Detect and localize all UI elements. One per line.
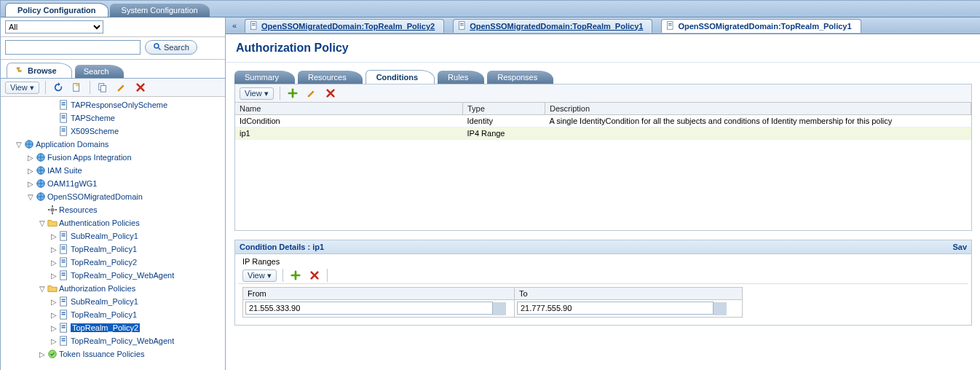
column-header[interactable]: Description <box>545 103 971 115</box>
tabs-scroll-left-icon[interactable]: « <box>229 20 240 31</box>
tree-node-label[interactable]: Fusion Apps Integration <box>47 153 132 162</box>
editor-tab[interactable]: OpenSSOMigratedDomain:TopRealm_Policy1 <box>661 19 861 33</box>
tree-node[interactable]: ▷TopRealm_Policy_WebAgent <box>1 334 225 347</box>
tree-node[interactable]: ▽Application Domains <box>1 138 225 151</box>
tree-node[interactable]: ▷SubRealm_Policy1 <box>1 229 225 243</box>
table-row[interactable]: IdConditionIdentityA single IdentityCond… <box>235 115 971 127</box>
tree-toggle-icon[interactable]: ▷ <box>50 245 58 253</box>
tree-node[interactable]: ▷OAM11gWG1 <box>1 177 225 190</box>
tree-toggle-icon[interactable]: ▽ <box>39 219 46 227</box>
tree-node[interactable]: ▷TopRealm_Policy2 <box>1 321 225 334</box>
tree-node-label[interactable]: TopRealm_Policy2 <box>71 258 137 267</box>
tree-toggle-icon[interactable]: ▷ <box>27 180 34 188</box>
tree-node[interactable]: ▽Authentication Policies <box>1 216 225 229</box>
editor-tab[interactable]: OpenSSOMigratedDomain:TopRealm_Policy2 <box>245 19 444 33</box>
tree-toggle-icon[interactable]: ▷ <box>27 167 34 175</box>
new-icon[interactable] <box>71 81 84 94</box>
tree-node[interactable]: X509Scheme <box>1 125 225 138</box>
tree-node[interactable]: ▷TopRealm_Policy2 <box>1 256 225 269</box>
copy-icon[interactable] <box>96 81 109 94</box>
svg-rect-37 <box>62 273 66 274</box>
tree-search-input[interactable] <box>5 40 141 55</box>
tree-node-label[interactable]: IAM Suite <box>47 166 82 175</box>
tree-node-label[interactable]: X509Scheme <box>71 127 119 135</box>
tree-node-label[interactable]: Token Issuance Policies <box>59 350 144 358</box>
column-header[interactable]: Type <box>463 103 545 115</box>
tree-node-label[interactable]: SubRealm_Policy1 <box>71 297 138 306</box>
tree-node[interactable]: ▷Fusion Apps Integration <box>1 151 225 164</box>
edit-icon[interactable] <box>115 81 128 94</box>
delete-condition-icon[interactable] <box>324 87 337 100</box>
tree-toggle-icon[interactable]: ▽ <box>39 285 46 293</box>
ip-range-row[interactable] <box>243 300 743 318</box>
edit-condition-icon[interactable] <box>305 87 318 100</box>
tree-node[interactable]: Resources <box>1 203 225 216</box>
tab-responses[interactable]: Responses <box>487 71 553 84</box>
tree-node-label[interactable]: TAPResponseOnlyScheme <box>71 101 167 109</box>
svg-rect-41 <box>62 301 66 302</box>
tree-node[interactable]: ▽Authorization Policies <box>1 282 225 295</box>
tree-node[interactable]: ▷TopRealm_Policy_WebAgent <box>1 269 225 282</box>
tree-node-label[interactable]: Authentication Policies <box>59 219 140 227</box>
add-ip-range-icon[interactable] <box>289 269 302 282</box>
ip-ranges-table[interactable]: From To <box>242 287 743 318</box>
tree-node-label[interactable]: TAPScheme <box>71 114 115 122</box>
delete-ip-range-icon[interactable] <box>308 269 321 282</box>
tab-resources[interactable]: Resources <box>298 71 363 84</box>
tab-rules[interactable]: Rules <box>438 71 484 84</box>
policy-tree[interactable]: TAPResponseOnlySchemeTAPSchemeX509Scheme… <box>1 97 225 370</box>
tree-toggle-icon[interactable]: ▷ <box>50 259 58 267</box>
tree-toggle-icon[interactable]: ▷ <box>50 272 58 280</box>
tree-toggle-icon[interactable]: ▷ <box>39 350 46 358</box>
tree-node-label[interactable]: TopRealm_Policy_WebAgent <box>71 271 174 280</box>
table-row[interactable]: ip1IP4 Range <box>235 127 971 140</box>
tree-node[interactable]: ▷SubRealm_Policy1 <box>1 295 225 308</box>
tree-toggle-icon[interactable]: ▽ <box>15 141 23 149</box>
tree-toggle-icon[interactable]: ▷ <box>50 324 58 332</box>
tab-conditions[interactable]: Conditions <box>365 70 435 84</box>
conditions-table[interactable]: NameTypeDescription IdConditionIdentityA… <box>235 103 971 140</box>
globe-icon <box>36 178 46 189</box>
refresh-icon[interactable] <box>52 81 65 94</box>
save-button[interactable]: Sav <box>952 243 967 251</box>
tree-node-label[interactable]: OpenSSOMigratedDomain <box>47 192 143 201</box>
delete-icon[interactable] <box>134 81 147 94</box>
tree-node-label[interactable]: Resources <box>59 205 98 214</box>
tab-system-configuration[interactable]: System Configuration <box>110 4 210 17</box>
tab-policy-configuration[interactable]: Policy Configuration <box>5 3 108 17</box>
tab-summary[interactable]: Summary <box>234 71 295 84</box>
tree-node-label[interactable]: Application Domains <box>36 140 108 149</box>
tree-node[interactable]: TAPScheme <box>1 111 225 125</box>
tree-node[interactable]: TAPResponseOnlyScheme <box>1 98 225 111</box>
tree-toggle-icon[interactable]: ▷ <box>50 298 58 306</box>
tree-node-label[interactable]: SubRealm_Policy1 <box>71 232 138 240</box>
tree-toggle-icon[interactable]: ▷ <box>27 154 34 162</box>
ip-from-input[interactable] <box>245 302 493 315</box>
tree-node-label[interactable]: Authorization Policies <box>59 284 135 293</box>
tree-node[interactable]: ▽OpenSSOMigratedDomain <box>1 190 225 203</box>
tree-node[interactable]: ▷Token Issuance Policies <box>1 347 225 361</box>
add-condition-icon[interactable] <box>286 87 299 100</box>
tree-node-label[interactable]: TopRealm_Policy2 <box>71 323 140 332</box>
tree-toggle-icon[interactable]: ▷ <box>50 232 58 240</box>
tree-node-label[interactable]: OAM11gWG1 <box>47 179 97 188</box>
tree-node[interactable]: ▷TopRealm_Policy1 <box>1 308 225 321</box>
editor-tab[interactable]: OpenSSOMigratedDomain:TopRealm_Policy1 <box>453 19 652 33</box>
filter-all-select[interactable]: All <box>5 20 103 34</box>
ip-to-input[interactable] <box>517 302 714 315</box>
tree-node-label[interactable]: TopRealm_Policy1 <box>71 245 137 253</box>
tree-node-label[interactable]: TopRealm_Policy_WebAgent <box>71 336 174 345</box>
tab-browse[interactable]: Browse <box>7 63 72 78</box>
tree-toggle-icon[interactable]: ▷ <box>50 337 58 345</box>
tree-search-button[interactable]: Search <box>145 40 197 55</box>
tab-search[interactable]: Search <box>75 65 124 78</box>
tree-toggle-icon[interactable]: ▽ <box>27 193 34 201</box>
ip-view-menu[interactable]: View ▾ <box>242 269 277 282</box>
tree-view-menu[interactable]: View ▾ <box>5 82 39 94</box>
tree-node[interactable]: ▷IAM Suite <box>1 164 225 177</box>
tree-toggle-icon[interactable]: ▷ <box>50 311 58 319</box>
tree-node[interactable]: ▷TopRealm_Policy1 <box>1 243 225 256</box>
tree-node-label[interactable]: TopRealm_Policy1 <box>71 310 137 319</box>
column-header[interactable]: Name <box>235 103 463 115</box>
conditions-view-menu[interactable]: View ▾ <box>240 87 274 100</box>
